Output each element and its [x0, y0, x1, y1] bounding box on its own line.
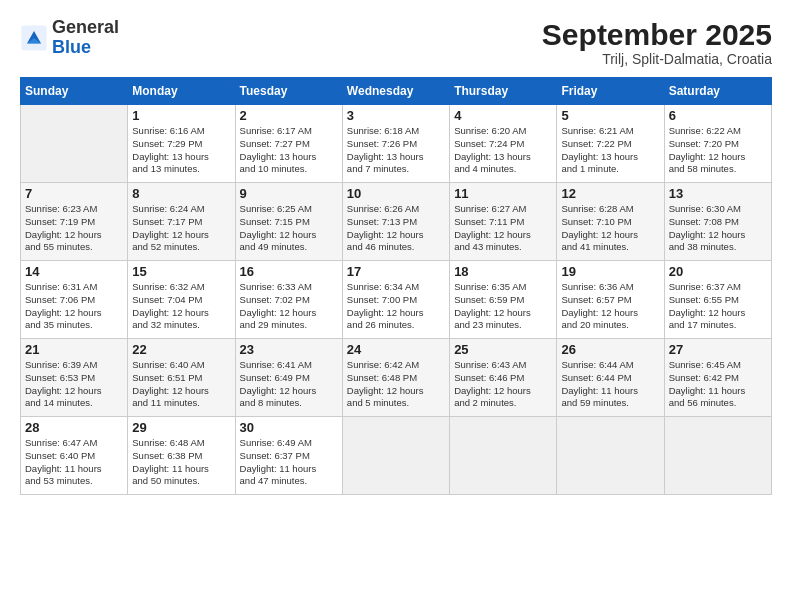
- cell-content: Sunrise: 6:31 AM Sunset: 7:06 PM Dayligh…: [25, 281, 123, 332]
- calendar-cell: 24Sunrise: 6:42 AM Sunset: 6:48 PM Dayli…: [342, 339, 449, 417]
- day-number: 23: [240, 342, 338, 357]
- calendar-cell: 17Sunrise: 6:34 AM Sunset: 7:00 PM Dayli…: [342, 261, 449, 339]
- cell-content: Sunrise: 6:39 AM Sunset: 6:53 PM Dayligh…: [25, 359, 123, 410]
- cell-content: Sunrise: 6:22 AM Sunset: 7:20 PM Dayligh…: [669, 125, 767, 176]
- calendar-cell: 5Sunrise: 6:21 AM Sunset: 7:22 PM Daylig…: [557, 105, 664, 183]
- calendar-cell: 30Sunrise: 6:49 AM Sunset: 6:37 PM Dayli…: [235, 417, 342, 495]
- day-number: 13: [669, 186, 767, 201]
- logo-icon: [20, 24, 48, 52]
- day-number: 24: [347, 342, 445, 357]
- calendar-cell: 23Sunrise: 6:41 AM Sunset: 6:49 PM Dayli…: [235, 339, 342, 417]
- cell-content: Sunrise: 6:20 AM Sunset: 7:24 PM Dayligh…: [454, 125, 552, 176]
- calendar-cell: [342, 417, 449, 495]
- month-title: September 2025: [542, 18, 772, 51]
- day-number: 17: [347, 264, 445, 279]
- cell-content: Sunrise: 6:34 AM Sunset: 7:00 PM Dayligh…: [347, 281, 445, 332]
- calendar-cell: [450, 417, 557, 495]
- cell-content: Sunrise: 6:17 AM Sunset: 7:27 PM Dayligh…: [240, 125, 338, 176]
- cell-content: Sunrise: 6:16 AM Sunset: 7:29 PM Dayligh…: [132, 125, 230, 176]
- weekday-header-friday: Friday: [557, 78, 664, 105]
- day-number: 7: [25, 186, 123, 201]
- calendar-cell: 10Sunrise: 6:26 AM Sunset: 7:13 PM Dayli…: [342, 183, 449, 261]
- title-block: September 2025 Trilj, Split-Dalmatia, Cr…: [542, 18, 772, 67]
- day-number: 12: [561, 186, 659, 201]
- cell-content: Sunrise: 6:45 AM Sunset: 6:42 PM Dayligh…: [669, 359, 767, 410]
- week-row-4: 21Sunrise: 6:39 AM Sunset: 6:53 PM Dayli…: [21, 339, 772, 417]
- day-number: 15: [132, 264, 230, 279]
- cell-content: Sunrise: 6:25 AM Sunset: 7:15 PM Dayligh…: [240, 203, 338, 254]
- week-row-5: 28Sunrise: 6:47 AM Sunset: 6:40 PM Dayli…: [21, 417, 772, 495]
- day-number: 30: [240, 420, 338, 435]
- cell-content: Sunrise: 6:24 AM Sunset: 7:17 PM Dayligh…: [132, 203, 230, 254]
- calendar-cell: 18Sunrise: 6:35 AM Sunset: 6:59 PM Dayli…: [450, 261, 557, 339]
- cell-content: Sunrise: 6:21 AM Sunset: 7:22 PM Dayligh…: [561, 125, 659, 176]
- cell-content: Sunrise: 6:36 AM Sunset: 6:57 PM Dayligh…: [561, 281, 659, 332]
- day-number: 27: [669, 342, 767, 357]
- subtitle: Trilj, Split-Dalmatia, Croatia: [542, 51, 772, 67]
- cell-content: Sunrise: 6:42 AM Sunset: 6:48 PM Dayligh…: [347, 359, 445, 410]
- calendar-cell: 3Sunrise: 6:18 AM Sunset: 7:26 PM Daylig…: [342, 105, 449, 183]
- calendar-cell: 22Sunrise: 6:40 AM Sunset: 6:51 PM Dayli…: [128, 339, 235, 417]
- day-number: 8: [132, 186, 230, 201]
- day-number: 29: [132, 420, 230, 435]
- weekday-header-monday: Monday: [128, 78, 235, 105]
- weekday-header-thursday: Thursday: [450, 78, 557, 105]
- logo-general: General: [52, 17, 119, 37]
- calendar-cell: [21, 105, 128, 183]
- cell-content: Sunrise: 6:43 AM Sunset: 6:46 PM Dayligh…: [454, 359, 552, 410]
- cell-content: Sunrise: 6:27 AM Sunset: 7:11 PM Dayligh…: [454, 203, 552, 254]
- calendar-cell: 2Sunrise: 6:17 AM Sunset: 7:27 PM Daylig…: [235, 105, 342, 183]
- calendar-cell: 26Sunrise: 6:44 AM Sunset: 6:44 PM Dayli…: [557, 339, 664, 417]
- cell-content: Sunrise: 6:44 AM Sunset: 6:44 PM Dayligh…: [561, 359, 659, 410]
- calendar-cell: 15Sunrise: 6:32 AM Sunset: 7:04 PM Dayli…: [128, 261, 235, 339]
- calendar-cell: 20Sunrise: 6:37 AM Sunset: 6:55 PM Dayli…: [664, 261, 771, 339]
- day-number: 21: [25, 342, 123, 357]
- cell-content: Sunrise: 6:26 AM Sunset: 7:13 PM Dayligh…: [347, 203, 445, 254]
- day-number: 14: [25, 264, 123, 279]
- cell-content: Sunrise: 6:30 AM Sunset: 7:08 PM Dayligh…: [669, 203, 767, 254]
- calendar-cell: 6Sunrise: 6:22 AM Sunset: 7:20 PM Daylig…: [664, 105, 771, 183]
- cell-content: Sunrise: 6:28 AM Sunset: 7:10 PM Dayligh…: [561, 203, 659, 254]
- calendar-cell: [557, 417, 664, 495]
- day-number: 20: [669, 264, 767, 279]
- weekday-header-sunday: Sunday: [21, 78, 128, 105]
- calendar-cell: 4Sunrise: 6:20 AM Sunset: 7:24 PM Daylig…: [450, 105, 557, 183]
- logo-text: General Blue: [52, 18, 119, 58]
- cell-content: Sunrise: 6:49 AM Sunset: 6:37 PM Dayligh…: [240, 437, 338, 488]
- weekday-header-tuesday: Tuesday: [235, 78, 342, 105]
- calendar-cell: 16Sunrise: 6:33 AM Sunset: 7:02 PM Dayli…: [235, 261, 342, 339]
- week-row-1: 1Sunrise: 6:16 AM Sunset: 7:29 PM Daylig…: [21, 105, 772, 183]
- weekday-header-row: SundayMondayTuesdayWednesdayThursdayFrid…: [21, 78, 772, 105]
- cell-content: Sunrise: 6:23 AM Sunset: 7:19 PM Dayligh…: [25, 203, 123, 254]
- calendar-cell: 7Sunrise: 6:23 AM Sunset: 7:19 PM Daylig…: [21, 183, 128, 261]
- calendar-cell: 13Sunrise: 6:30 AM Sunset: 7:08 PM Dayli…: [664, 183, 771, 261]
- weekday-header-saturday: Saturday: [664, 78, 771, 105]
- calendar-cell: 9Sunrise: 6:25 AM Sunset: 7:15 PM Daylig…: [235, 183, 342, 261]
- calendar-cell: 21Sunrise: 6:39 AM Sunset: 6:53 PM Dayli…: [21, 339, 128, 417]
- day-number: 3: [347, 108, 445, 123]
- calendar-cell: 8Sunrise: 6:24 AM Sunset: 7:17 PM Daylig…: [128, 183, 235, 261]
- cell-content: Sunrise: 6:18 AM Sunset: 7:26 PM Dayligh…: [347, 125, 445, 176]
- calendar-cell: 11Sunrise: 6:27 AM Sunset: 7:11 PM Dayli…: [450, 183, 557, 261]
- logo: General Blue: [20, 18, 119, 58]
- day-number: 18: [454, 264, 552, 279]
- day-number: 28: [25, 420, 123, 435]
- cell-content: Sunrise: 6:40 AM Sunset: 6:51 PM Dayligh…: [132, 359, 230, 410]
- day-number: 25: [454, 342, 552, 357]
- day-number: 26: [561, 342, 659, 357]
- calendar-cell: [664, 417, 771, 495]
- calendar-table: SundayMondayTuesdayWednesdayThursdayFrid…: [20, 77, 772, 495]
- logo-blue: Blue: [52, 37, 91, 57]
- day-number: 2: [240, 108, 338, 123]
- page: General Blue September 2025 Trilj, Split…: [0, 0, 792, 612]
- calendar-cell: 25Sunrise: 6:43 AM Sunset: 6:46 PM Dayli…: [450, 339, 557, 417]
- day-number: 5: [561, 108, 659, 123]
- cell-content: Sunrise: 6:32 AM Sunset: 7:04 PM Dayligh…: [132, 281, 230, 332]
- calendar-cell: 19Sunrise: 6:36 AM Sunset: 6:57 PM Dayli…: [557, 261, 664, 339]
- week-row-3: 14Sunrise: 6:31 AM Sunset: 7:06 PM Dayli…: [21, 261, 772, 339]
- weekday-header-wednesday: Wednesday: [342, 78, 449, 105]
- day-number: 22: [132, 342, 230, 357]
- day-number: 10: [347, 186, 445, 201]
- cell-content: Sunrise: 6:41 AM Sunset: 6:49 PM Dayligh…: [240, 359, 338, 410]
- day-number: 11: [454, 186, 552, 201]
